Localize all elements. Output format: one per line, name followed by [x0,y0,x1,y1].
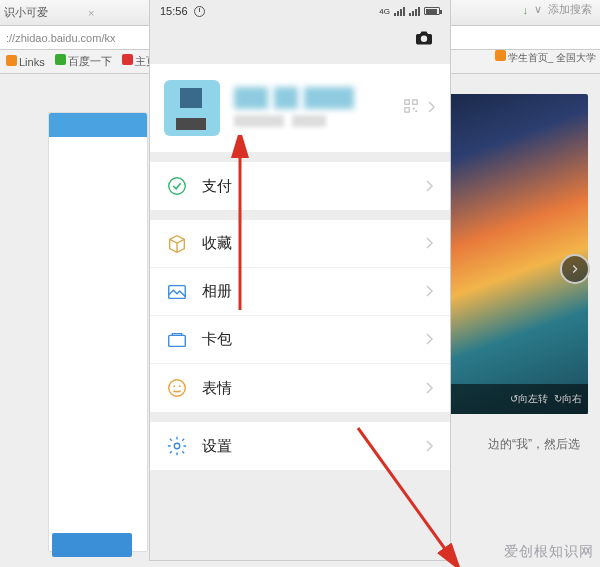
menu-label: 表情 [202,379,412,398]
svg-rect-1 [405,100,409,104]
alarm-icon [194,6,205,17]
chevron-right-icon [426,380,434,397]
signal-icon-2 [409,7,420,16]
slideshow-next-button[interactable] [560,254,590,284]
menu-item-cards[interactable]: 卡包 [150,316,450,364]
send-button-bg [52,533,132,557]
signal-type: 4G [379,7,390,16]
chevron-right-icon [426,331,434,348]
bookmark-links: Links [6,55,45,68]
svg-point-12 [174,443,180,449]
svg-rect-8 [169,335,186,346]
menu-label: 相册 [202,282,412,301]
signal-icon [394,7,405,16]
header-actions [150,22,450,58]
chevron-right-icon [568,262,582,276]
qr-code-icon[interactable] [404,99,418,117]
svg-point-10 [173,385,175,387]
chevron-right-icon [426,283,434,300]
svg-rect-2 [413,100,417,104]
menu-label: 设置 [202,437,412,456]
left-panel-header [49,113,147,137]
album-icon [166,281,188,303]
menu-item-stickers[interactable]: 表情 [150,364,450,412]
svg-point-9 [169,380,186,397]
pay-icon [166,175,188,197]
svg-point-11 [179,385,181,387]
svg-rect-3 [405,108,409,112]
browser-right-bookmarks: 学生首页_ 全国大学 [495,50,596,65]
chevron-right-icon [426,235,434,252]
svg-rect-4 [413,108,415,110]
left-panel [48,112,148,552]
slideshow-prev-label[interactable]: ↺向左转 [510,392,548,406]
slideshow-controls: ↺向左转 ↻向右 [448,384,588,414]
menu-item-album[interactable]: 相册 [150,268,450,316]
menu-group-pay: 支付 [150,162,450,210]
browser-url: ://zhidao.baidu.com/kx [6,32,115,44]
watermark: 爱创根知识网 [504,543,594,561]
slideshow-image [448,94,588,414]
battery-icon [424,7,440,15]
svg-point-0 [421,36,427,42]
status-bar: 15:56 4G [150,0,450,22]
stickers-icon [166,377,188,399]
browser-tab-title: 识小可爱 [4,5,48,20]
cards-icon [166,329,188,351]
menu-item-favorites[interactable]: 收藏 [150,220,450,268]
avatar [164,80,220,136]
menu-group-settings: 设置 [150,422,450,470]
chevron-right-icon [426,178,434,195]
menu-item-pay[interactable]: 支付 [150,162,450,210]
profile-info [234,87,390,129]
profile-id-blurred [234,115,354,129]
profile-name-blurred [234,87,384,109]
browser-top-right: ↓ ∨ 添加搜索 [523,2,593,17]
menu-group-main: 收藏 相册 卡包 表情 [150,220,450,412]
menu-item-settings[interactable]: 设置 [150,422,450,470]
settings-icon [166,435,188,457]
menu-label: 收藏 [202,234,412,253]
status-time: 15:56 [160,5,188,17]
bookmark-baidu: 百度一下 [55,54,112,69]
svg-rect-5 [415,110,417,112]
chevron-right-icon [428,99,436,117]
chevron-right-icon [426,438,434,455]
menu-label: 卡包 [202,330,412,349]
phone-screenshot: 15:56 4G [150,0,450,560]
instruction-text: 边的“我”，然后选 [488,436,580,453]
camera-icon[interactable] [414,30,434,50]
tab-close-icon: × [88,7,94,19]
menu-label: 支付 [202,177,412,196]
profile-card[interactable] [150,64,450,152]
slideshow-next-label[interactable]: ↻向右 [554,392,582,406]
svg-point-6 [169,178,186,195]
favorites-icon [166,233,188,255]
